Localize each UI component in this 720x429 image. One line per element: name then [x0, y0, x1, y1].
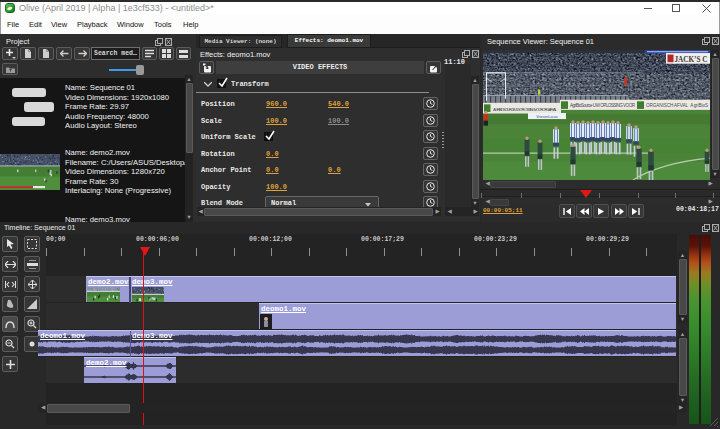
svg-text:JACK’S C: JACK’S C [675, 56, 708, 64]
svg-text:VriesenLucas: VriesenLucas [536, 115, 558, 119]
svg-text:A griBioSource UW OPLOSSING VO: A griBioSource UW OPLOSSING VOOR [570, 103, 636, 108]
svg-text:AGRI BIOSOURCE UW OPLOSSING VO: AGRI BIOSOURCE UW OPLOSSING VOOR ORG AFV… [493, 107, 558, 112]
svg-text:ORGANISCH AFVAL A griBioS: ORGANISCH AFVAL A griBioS [646, 103, 708, 108]
